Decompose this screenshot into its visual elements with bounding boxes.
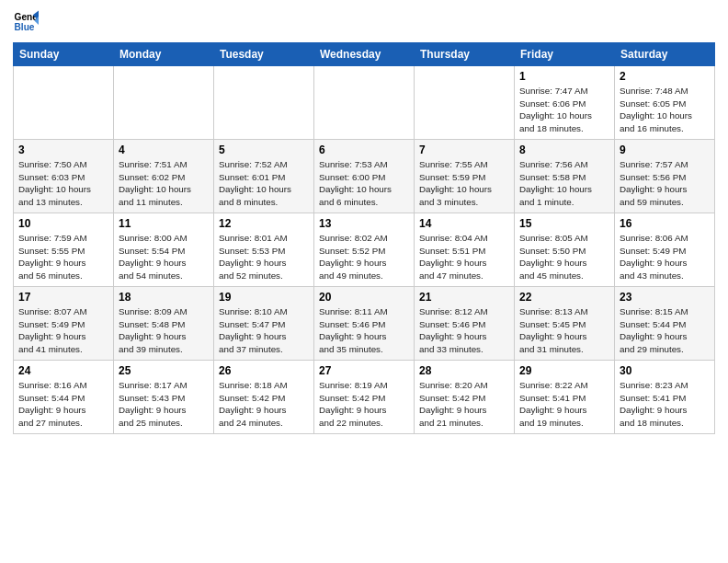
calendar-cell: 3Sunrise: 7:50 AM Sunset: 6:03 PM Daylig… <box>14 140 114 213</box>
day-info: Sunrise: 8:13 AM Sunset: 5:45 PM Dayligh… <box>519 305 609 356</box>
day-number: 30 <box>620 364 710 377</box>
day-number: 24 <box>18 364 108 377</box>
calendar-cell: 5Sunrise: 7:52 AM Sunset: 6:01 PM Daylig… <box>214 140 314 213</box>
day-info: Sunrise: 8:17 AM Sunset: 5:43 PM Dayligh… <box>119 379 209 430</box>
day-number: 2 <box>620 70 710 83</box>
day-number: 11 <box>119 217 209 230</box>
day-number: 3 <box>18 144 108 156</box>
calendar-cell: 23Sunrise: 8:15 AM Sunset: 5:44 PM Dayli… <box>615 287 715 361</box>
calendar-cell: 21Sunrise: 8:12 AM Sunset: 5:46 PM Dayli… <box>415 287 515 361</box>
calendar: SundayMondayTuesdayWednesdayThursdayFrid… <box>13 42 715 434</box>
day-info: Sunrise: 8:02 AM Sunset: 5:52 PM Dayligh… <box>319 232 409 282</box>
day-number: 21 <box>419 291 509 304</box>
svg-text:Blue: Blue <box>15 22 35 32</box>
calendar-week-row: 17Sunrise: 8:07 AM Sunset: 5:49 PM Dayli… <box>14 287 715 361</box>
calendar-cell <box>14 66 114 140</box>
calendar-cell: 27Sunrise: 8:19 AM Sunset: 5:42 PM Dayli… <box>314 361 415 434</box>
calendar-cell: 16Sunrise: 8:06 AM Sunset: 5:49 PM Dayli… <box>615 213 715 287</box>
day-info: Sunrise: 8:07 AM Sunset: 5:49 PM Dayligh… <box>18 305 108 356</box>
day-number: 13 <box>319 217 409 230</box>
day-number: 23 <box>620 291 710 304</box>
day-info: Sunrise: 7:48 AM Sunset: 6:05 PM Dayligh… <box>620 85 710 135</box>
day-info: Sunrise: 8:05 AM Sunset: 5:50 PM Dayligh… <box>519 232 609 282</box>
day-number: 14 <box>419 217 509 230</box>
day-number: 19 <box>219 291 309 304</box>
day-number: 25 <box>119 364 209 377</box>
calendar-cell: 14Sunrise: 8:04 AM Sunset: 5:51 PM Dayli… <box>415 213 515 287</box>
weekday-header: Friday <box>515 43 615 66</box>
day-info: Sunrise: 7:59 AM Sunset: 5:55 PM Dayligh… <box>18 232 108 282</box>
calendar-cell: 18Sunrise: 8:09 AM Sunset: 5:48 PM Dayli… <box>114 287 214 361</box>
calendar-cell: 2Sunrise: 7:48 AM Sunset: 6:05 PM Daylig… <box>615 66 715 140</box>
calendar-cell: 20Sunrise: 8:11 AM Sunset: 5:46 PM Dayli… <box>314 287 415 361</box>
day-number: 7 <box>419 144 509 156</box>
calendar-cell: 30Sunrise: 8:23 AM Sunset: 5:41 PM Dayli… <box>615 361 715 434</box>
day-number: 18 <box>119 291 209 304</box>
day-number: 27 <box>319 364 409 377</box>
calendar-week-row: 1Sunrise: 7:47 AM Sunset: 6:06 PM Daylig… <box>14 66 715 140</box>
day-info: Sunrise: 7:50 AM Sunset: 6:03 PM Dayligh… <box>18 158 108 209</box>
day-info: Sunrise: 8:18 AM Sunset: 5:42 PM Dayligh… <box>219 379 309 430</box>
calendar-cell <box>114 66 214 140</box>
calendar-cell: 12Sunrise: 8:01 AM Sunset: 5:53 PM Dayli… <box>214 213 314 287</box>
day-info: Sunrise: 8:16 AM Sunset: 5:44 PM Dayligh… <box>18 379 108 430</box>
calendar-cell: 19Sunrise: 8:10 AM Sunset: 5:47 PM Dayli… <box>214 287 314 361</box>
calendar-week-row: 3Sunrise: 7:50 AM Sunset: 6:03 PM Daylig… <box>14 140 715 213</box>
weekday-header: Wednesday <box>314 43 415 66</box>
calendar-cell: 26Sunrise: 8:18 AM Sunset: 5:42 PM Dayli… <box>214 361 314 434</box>
day-number: 29 <box>519 364 609 377</box>
day-info: Sunrise: 7:53 AM Sunset: 6:00 PM Dayligh… <box>319 158 409 209</box>
calendar-cell <box>415 66 515 140</box>
calendar-cell: 9Sunrise: 7:57 AM Sunset: 5:56 PM Daylig… <box>615 140 715 213</box>
day-info: Sunrise: 8:04 AM Sunset: 5:51 PM Dayligh… <box>419 232 509 282</box>
weekday-header: Sunday <box>14 43 114 66</box>
day-info: Sunrise: 8:23 AM Sunset: 5:41 PM Dayligh… <box>620 379 710 430</box>
day-info: Sunrise: 7:52 AM Sunset: 6:01 PM Dayligh… <box>219 158 309 209</box>
day-number: 10 <box>18 217 108 230</box>
calendar-cell <box>314 66 415 140</box>
day-number: 26 <box>219 364 309 377</box>
calendar-cell: 8Sunrise: 7:56 AM Sunset: 5:58 PM Daylig… <box>515 140 615 213</box>
day-info: Sunrise: 8:01 AM Sunset: 5:53 PM Dayligh… <box>219 232 309 282</box>
day-info: Sunrise: 7:55 AM Sunset: 5:59 PM Dayligh… <box>419 158 509 209</box>
day-info: Sunrise: 8:12 AM Sunset: 5:46 PM Dayligh… <box>419 305 509 356</box>
logo-icon: General Blue <box>13 9 39 35</box>
calendar-cell: 15Sunrise: 8:05 AM Sunset: 5:50 PM Dayli… <box>515 213 615 287</box>
day-info: Sunrise: 8:09 AM Sunset: 5:48 PM Dayligh… <box>119 305 209 356</box>
calendar-cell: 28Sunrise: 8:20 AM Sunset: 5:42 PM Dayli… <box>415 361 515 434</box>
calendar-week-row: 10Sunrise: 7:59 AM Sunset: 5:55 PM Dayli… <box>14 213 715 287</box>
calendar-week-row: 24Sunrise: 8:16 AM Sunset: 5:44 PM Dayli… <box>14 361 715 434</box>
calendar-cell: 22Sunrise: 8:13 AM Sunset: 5:45 PM Dayli… <box>515 287 615 361</box>
day-info: Sunrise: 7:57 AM Sunset: 5:56 PM Dayligh… <box>620 158 710 209</box>
calendar-cell: 13Sunrise: 8:02 AM Sunset: 5:52 PM Dayli… <box>314 213 415 287</box>
day-info: Sunrise: 7:47 AM Sunset: 6:06 PM Dayligh… <box>519 85 609 135</box>
calendar-cell: 6Sunrise: 7:53 AM Sunset: 6:00 PM Daylig… <box>314 140 415 213</box>
page: General Blue SundayMondayTuesdayWednesda… <box>0 0 728 563</box>
calendar-cell: 11Sunrise: 8:00 AM Sunset: 5:54 PM Dayli… <box>114 213 214 287</box>
day-number: 15 <box>519 217 609 230</box>
calendar-cell: 17Sunrise: 8:07 AM Sunset: 5:49 PM Dayli… <box>14 287 114 361</box>
calendar-cell: 24Sunrise: 8:16 AM Sunset: 5:44 PM Dayli… <box>14 361 114 434</box>
calendar-cell <box>214 66 314 140</box>
day-number: 20 <box>319 291 409 304</box>
calendar-cell: 4Sunrise: 7:51 AM Sunset: 6:02 PM Daylig… <box>114 140 214 213</box>
header: General Blue <box>13 9 715 35</box>
day-info: Sunrise: 8:00 AM Sunset: 5:54 PM Dayligh… <box>119 232 209 282</box>
day-info: Sunrise: 7:51 AM Sunset: 6:02 PM Dayligh… <box>119 158 209 209</box>
day-number: 4 <box>119 144 209 156</box>
day-number: 6 <box>319 144 409 156</box>
weekday-header: Thursday <box>415 43 515 66</box>
day-number: 16 <box>620 217 710 230</box>
day-info: Sunrise: 7:56 AM Sunset: 5:58 PM Dayligh… <box>519 158 609 209</box>
day-info: Sunrise: 8:11 AM Sunset: 5:46 PM Dayligh… <box>319 305 409 356</box>
weekday-header: Tuesday <box>214 43 314 66</box>
calendar-cell: 25Sunrise: 8:17 AM Sunset: 5:43 PM Dayli… <box>114 361 214 434</box>
calendar-cell: 7Sunrise: 7:55 AM Sunset: 5:59 PM Daylig… <box>415 140 515 213</box>
calendar-cell: 10Sunrise: 7:59 AM Sunset: 5:55 PM Dayli… <box>14 213 114 287</box>
logo: General Blue <box>13 9 42 35</box>
day-info: Sunrise: 8:19 AM Sunset: 5:42 PM Dayligh… <box>319 379 409 430</box>
day-info: Sunrise: 8:22 AM Sunset: 5:41 PM Dayligh… <box>519 379 609 430</box>
day-info: Sunrise: 8:06 AM Sunset: 5:49 PM Dayligh… <box>620 232 710 282</box>
day-number: 1 <box>519 70 609 83</box>
weekday-header: Saturday <box>615 43 715 66</box>
